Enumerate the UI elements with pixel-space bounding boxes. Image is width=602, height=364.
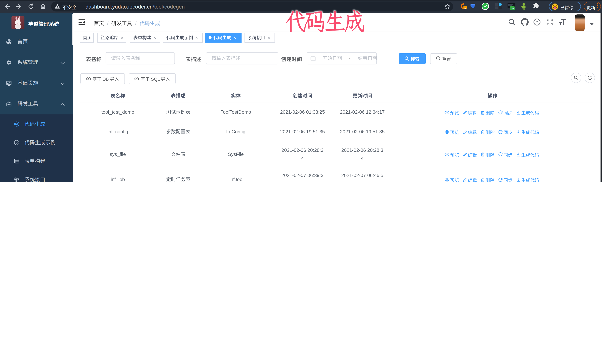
svg-text:1: 1 [464, 6, 466, 9]
svg-text:?: ? [536, 20, 538, 24]
svg-text:on: on [511, 7, 514, 10]
